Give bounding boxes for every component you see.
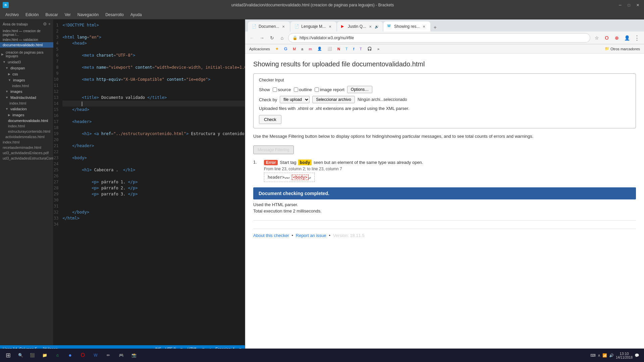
sidebar-file-enlaces-pdf[interactable]: ud3_actividadesEnlaces.pdf xyxy=(0,150,53,156)
opera-addon[interactable]: ⊕ xyxy=(612,34,621,42)
menu-navegacion[interactable]: Navegación xyxy=(75,11,101,18)
show-source-checkbox[interactable] xyxy=(273,87,277,92)
taskbar-taskview[interactable]: ⬛ xyxy=(27,349,38,361)
taskbar-game[interactable]: 🎮 xyxy=(115,350,127,361)
taskbar-photo[interactable]: 📸 xyxy=(128,350,140,361)
tray-up-icon[interactable]: ∧ xyxy=(598,353,600,358)
netflix-icon: N xyxy=(337,47,340,51)
browser-tab-documento[interactable]: 📄 Documen... ✕ xyxy=(248,21,290,32)
menu-edicion[interactable]: Edición xyxy=(23,11,41,18)
opera-icon[interactable]: O xyxy=(602,34,611,42)
bookmark-m[interactable]: m xyxy=(307,46,313,52)
message-filtering-button[interactable]: Message Filtering xyxy=(253,145,294,154)
sidebar-file-index2[interactable]: index.html — validacion xyxy=(0,37,53,42)
spotify-icon: ♫ xyxy=(56,353,59,358)
menu-dots-icon[interactable]: ⋮ xyxy=(633,34,641,42)
menu-archivo[interactable]: Archivo xyxy=(3,11,21,18)
sidebar-file-index-dy[interactable]: index.html xyxy=(0,83,53,88)
sidebar-file-documentovalidado[interactable]: documentovalidado.html xyxy=(0,42,53,48)
bookmark-google[interactable]: G xyxy=(283,46,289,52)
check-by-select[interactable]: file upload xyxy=(280,96,310,103)
bookmark-square[interactable]: ⬜ xyxy=(326,46,333,52)
user-icon[interactable]: 👤 xyxy=(623,34,631,42)
sidebar-folder-images[interactable]: ▼ images xyxy=(0,88,53,95)
sidebar-folder-validacion[interactable]: ▼ validacion xyxy=(0,106,53,112)
check-by-label: Check by xyxy=(259,97,277,102)
sidebar-file-recetas[interactable]: recetasdemimadre.html xyxy=(0,145,53,150)
sidebar-file-index1[interactable]: index.html — creacion de paginas l... xyxy=(0,28,53,37)
tab-close-justin[interactable]: ✕ xyxy=(368,24,373,29)
browser-area: 📄 Documen... ✕ 📄 Lenguaje M... ✕ ▶ Justi… xyxy=(245,19,644,353)
tab-close-showing[interactable]: ✕ xyxy=(422,24,426,29)
menu-buscar[interactable]: Buscar xyxy=(43,11,60,18)
close-button[interactable]: ✕ xyxy=(634,1,641,9)
sidebar-folder-unidad3[interactable]: ▼ unidad3 xyxy=(0,59,53,65)
sidebar-file-documentovalidado2[interactable]: documentovalidado.html xyxy=(0,118,53,123)
new-tab-button[interactable]: + xyxy=(431,23,439,32)
bookmark-star[interactable]: ★ xyxy=(274,46,280,52)
error-number: 1. xyxy=(253,160,260,165)
bookmark-facebook[interactable]: f xyxy=(352,46,356,52)
bookmark-more[interactable]: » xyxy=(376,46,381,52)
sidebar-file-index-val[interactable]: index.html xyxy=(0,123,53,129)
browser-tab-lenguaje[interactable]: 📄 Lenguaje M... ✕ xyxy=(290,21,336,32)
sidebar-file-index-mad[interactable]: index.html xyxy=(0,101,53,106)
bookmark-gmail[interactable]: M xyxy=(291,46,297,52)
bookmark-headphone[interactable]: 🎧 xyxy=(366,46,373,52)
start-button[interactable]: ⊞ xyxy=(2,349,14,361)
menu-ayuda[interactable]: Ayuda xyxy=(128,11,145,18)
sidebar-folder-madrid[interactable]: ▼ Madridactividad xyxy=(0,95,53,101)
show-image-checkbox[interactable] xyxy=(315,87,319,92)
bookmark-folder-otros[interactable]: 📁 Otros marcadores xyxy=(603,46,641,52)
show-outline-checkbox[interactable] xyxy=(294,87,298,92)
taskbar-edit[interactable]: ✏ xyxy=(103,350,114,361)
taskbar-chrome[interactable]: ● xyxy=(64,350,76,361)
sidebar-file-estructura[interactable]: estructuraycontenido.html xyxy=(0,129,53,134)
bookmark-star-button[interactable]: ☆ xyxy=(592,34,601,42)
sidebar-folder-images-val[interactable]: ▶ images xyxy=(0,112,53,118)
code-editor[interactable]: 12345 678910 1112131415 1617181920 21222… xyxy=(54,19,245,345)
notification-icon[interactable]: 💬 xyxy=(635,353,639,358)
code-lines[interactable]: <!DOCTYPE html> <html lang="en"> <head> … xyxy=(61,19,245,345)
bookmark-twitch[interactable]: T xyxy=(358,46,363,52)
sidebar-folder-images-dy[interactable]: ▼ images xyxy=(0,77,53,83)
browser-tab-showing[interactable]: W Showing res... ✕ xyxy=(383,21,430,32)
bookmark-user2[interactable]: 👤 xyxy=(316,46,323,52)
check-button[interactable]: Check xyxy=(259,115,281,124)
about-checker-link[interactable]: About this checker xyxy=(253,233,289,238)
bookmark-amazon[interactable]: a xyxy=(300,46,305,52)
menu-desarrollo[interactable]: Desarrollo xyxy=(103,11,126,18)
address-bar[interactable]: 🔒 https://validator.w3.org/nu/#file xyxy=(288,33,590,43)
taskbar-spotify[interactable]: ♫ xyxy=(52,350,63,361)
bookmark-aplicaciones[interactable]: Aplicaciones xyxy=(248,46,271,52)
user2-icon: 👤 xyxy=(317,47,322,51)
tab-close-documento[interactable]: ✕ xyxy=(281,24,286,29)
tab-close-lenguaje[interactable]: ✕ xyxy=(328,24,332,29)
refresh-button[interactable]: ↻ xyxy=(268,34,276,42)
select-file-button[interactable]: Seleccionar archivo xyxy=(312,96,355,103)
browser-content[interactable]: Showing results for uploaded file docume… xyxy=(245,54,644,348)
options-button[interactable]: Options… xyxy=(347,86,372,93)
home-button[interactable]: ⌂ xyxy=(278,34,286,42)
taskbar-word[interactable]: W xyxy=(90,350,101,361)
sidebar-folder-creacion[interactable]: ▶ creacion de paginas para leguajes xyxy=(0,50,53,59)
maximize-button[interactable]: □ xyxy=(625,1,633,9)
back-button[interactable]: ← xyxy=(248,34,256,42)
taskbar-opera[interactable]: O xyxy=(77,350,89,361)
taskbar-search[interactable]: 🔍 xyxy=(15,349,26,361)
google-icon: G xyxy=(284,46,287,51)
minimize-button[interactable]: ─ xyxy=(616,1,624,9)
browser-tab-justin[interactable]: ▶ Justin Q... ✕ 🔊 xyxy=(337,21,383,32)
sidebar-file-estructura-cont[interactable]: ud3_actividadesEstructuraConte... xyxy=(0,156,53,161)
report-issue-link[interactable]: Report an issue xyxy=(296,233,326,238)
bookmark-netflix[interactable]: N xyxy=(336,46,341,52)
bookmark-twitter[interactable]: T xyxy=(344,46,349,52)
sidebar-file-actividades[interactable]: actividadesrealizas.html xyxy=(0,134,53,139)
sidebar-file-index-root[interactable]: index.html xyxy=(0,139,53,145)
sidebar-folder-css[interactable]: ▶ css xyxy=(0,71,53,77)
sidebar-folder-divyspan[interactable]: ▼ divyspan xyxy=(0,65,53,71)
forward-button[interactable]: → xyxy=(258,34,266,42)
taskbar-explorer[interactable]: 📁 xyxy=(39,350,50,361)
menu-ver[interactable]: Ver xyxy=(62,11,73,18)
bookmark-label: Aplicaciones xyxy=(249,47,270,51)
